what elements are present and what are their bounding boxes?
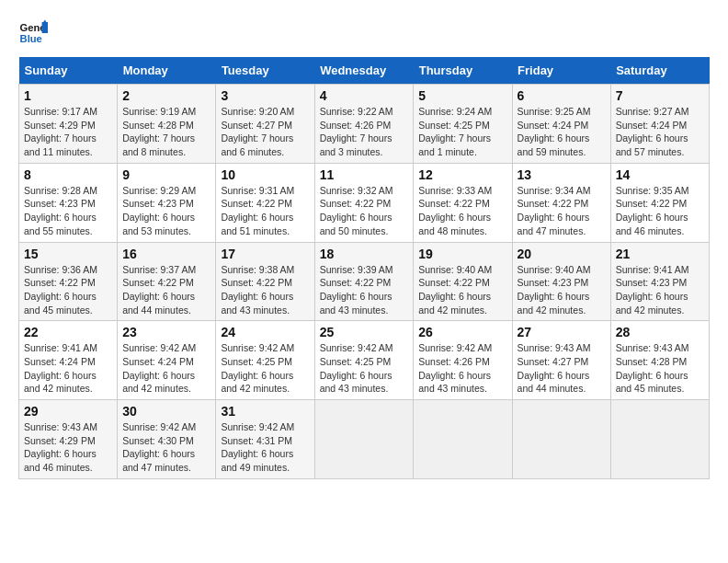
day-number: 29	[24, 404, 112, 419]
weekday-header-tuesday: Tuesday	[216, 57, 314, 85]
day-number: 30	[122, 404, 210, 419]
day-info: Sunrise: 9:22 AMSunset: 4:26 PMDaylight:…	[320, 105, 409, 159]
day-info: Sunrise: 9:19 AMSunset: 4:28 PMDaylight:…	[122, 105, 210, 159]
day-number: 23	[122, 325, 210, 339]
calendar-cell: 24Sunrise: 9:42 AMSunset: 4:25 PMDayligh…	[216, 321, 314, 400]
day-number: 27	[518, 325, 606, 339]
calendar-cell: 17Sunrise: 9:38 AMSunset: 4:22 PMDayligh…	[216, 242, 314, 321]
calendar-cell: 18Sunrise: 9:39 AMSunset: 4:22 PMDayligh…	[314, 242, 414, 321]
day-number: 25	[320, 325, 409, 339]
calendar-cell: 20Sunrise: 9:40 AMSunset: 4:23 PMDayligh…	[512, 242, 610, 321]
weekday-header-saturday: Saturday	[610, 57, 709, 85]
day-number: 24	[221, 325, 309, 339]
day-info: Sunrise: 9:33 AMSunset: 4:22 PMDaylight:…	[418, 184, 506, 238]
day-number: 19	[418, 247, 506, 261]
day-number: 17	[221, 247, 309, 261]
calendar-cell: 27Sunrise: 9:43 AMSunset: 4:27 PMDayligh…	[512, 321, 610, 400]
calendar-cell: 29Sunrise: 9:43 AMSunset: 4:29 PMDayligh…	[19, 400, 118, 479]
day-info: Sunrise: 9:34 AMSunset: 4:22 PMDaylight:…	[518, 184, 606, 238]
day-info: Sunrise: 9:39 AMSunset: 4:22 PMDaylight:…	[320, 263, 409, 317]
calendar-week-1: 1Sunrise: 9:17 AMSunset: 4:29 PMDaylight…	[19, 85, 710, 164]
day-number: 10	[221, 167, 309, 182]
day-info: Sunrise: 9:31 AMSunset: 4:22 PMDaylight:…	[221, 184, 309, 238]
calendar-cell: 5Sunrise: 9:24 AMSunset: 4:25 PMDaylight…	[414, 85, 512, 164]
calendar-cell: 28Sunrise: 9:43 AMSunset: 4:28 PMDayligh…	[610, 321, 709, 400]
day-info: Sunrise: 9:42 AMSunset: 4:24 PMDaylight:…	[122, 341, 210, 396]
calendar-cell: 2Sunrise: 9:19 AMSunset: 4:28 PMDaylight…	[118, 85, 216, 164]
day-info: Sunrise: 9:32 AMSunset: 4:22 PMDaylight:…	[320, 184, 409, 238]
calendar-cell: 31Sunrise: 9:42 AMSunset: 4:31 PMDayligh…	[216, 400, 314, 479]
calendar-cell: 3Sunrise: 9:20 AMSunset: 4:27 PMDaylight…	[216, 85, 314, 164]
calendar-cell: 25Sunrise: 9:42 AMSunset: 4:25 PMDayligh…	[314, 321, 414, 400]
calendar-cell	[512, 400, 610, 479]
day-number: 26	[418, 325, 506, 339]
calendar-week-4: 22Sunrise: 9:41 AMSunset: 4:24 PMDayligh…	[19, 321, 710, 400]
day-number: 2	[122, 88, 210, 103]
calendar-week-2: 8Sunrise: 9:28 AMSunset: 4:23 PMDaylight…	[19, 163, 710, 242]
calendar-cell	[414, 400, 512, 479]
day-info: Sunrise: 9:42 AMSunset: 4:25 PMDaylight:…	[320, 341, 409, 396]
day-number: 11	[320, 167, 409, 182]
day-info: Sunrise: 9:43 AMSunset: 4:27 PMDaylight:…	[518, 341, 606, 396]
calendar-cell	[314, 400, 414, 479]
calendar-cell: 1Sunrise: 9:17 AMSunset: 4:29 PMDaylight…	[19, 85, 118, 164]
day-info: Sunrise: 9:41 AMSunset: 4:23 PMDaylight:…	[616, 263, 704, 317]
calendar-cell: 10Sunrise: 9:31 AMSunset: 4:22 PMDayligh…	[216, 163, 314, 242]
day-info: Sunrise: 9:28 AMSunset: 4:23 PMDaylight:…	[24, 184, 112, 238]
day-info: Sunrise: 9:40 AMSunset: 4:22 PMDaylight:…	[418, 263, 506, 317]
day-number: 8	[24, 167, 112, 182]
day-number: 22	[24, 325, 112, 339]
day-info: Sunrise: 9:42 AMSunset: 4:26 PMDaylight:…	[418, 341, 506, 396]
day-info: Sunrise: 9:43 AMSunset: 4:29 PMDaylight:…	[24, 420, 112, 475]
day-info: Sunrise: 9:35 AMSunset: 4:22 PMDaylight:…	[616, 184, 704, 238]
calendar-cell: 15Sunrise: 9:36 AMSunset: 4:22 PMDayligh…	[19, 242, 118, 321]
calendar-cell: 21Sunrise: 9:41 AMSunset: 4:23 PMDayligh…	[610, 242, 709, 321]
day-number: 15	[24, 247, 112, 261]
day-info: Sunrise: 9:42 AMSunset: 4:25 PMDaylight:…	[221, 341, 309, 396]
calendar-cell: 22Sunrise: 9:41 AMSunset: 4:24 PMDayligh…	[19, 321, 118, 400]
day-info: Sunrise: 9:17 AMSunset: 4:29 PMDaylight:…	[24, 105, 112, 159]
calendar-cell: 12Sunrise: 9:33 AMSunset: 4:22 PMDayligh…	[414, 163, 512, 242]
day-number: 1	[24, 88, 112, 103]
calendar-week-5: 29Sunrise: 9:43 AMSunset: 4:29 PMDayligh…	[19, 400, 710, 479]
weekday-header-monday: Monday	[118, 57, 216, 85]
calendar-cell: 19Sunrise: 9:40 AMSunset: 4:22 PMDayligh…	[414, 242, 512, 321]
svg-text:Blue: Blue	[20, 33, 42, 44]
day-info: Sunrise: 9:20 AMSunset: 4:27 PMDaylight:…	[221, 105, 309, 159]
header: General Blue	[18, 18, 710, 48]
day-info: Sunrise: 9:42 AMSunset: 4:31 PMDaylight:…	[221, 420, 309, 475]
day-number: 7	[616, 88, 704, 103]
day-number: 31	[221, 404, 309, 419]
weekday-header-sunday: Sunday	[19, 57, 118, 85]
logo-icon: General Blue	[18, 18, 48, 48]
calendar-cell: 13Sunrise: 9:34 AMSunset: 4:22 PMDayligh…	[512, 163, 610, 242]
calendar-cell: 8Sunrise: 9:28 AMSunset: 4:23 PMDaylight…	[19, 163, 118, 242]
day-number: 14	[616, 167, 704, 182]
day-number: 28	[616, 325, 704, 339]
calendar-cell: 26Sunrise: 9:42 AMSunset: 4:26 PMDayligh…	[414, 321, 512, 400]
calendar-week-3: 15Sunrise: 9:36 AMSunset: 4:22 PMDayligh…	[19, 242, 710, 321]
day-number: 3	[221, 88, 309, 103]
day-info: Sunrise: 9:40 AMSunset: 4:23 PMDaylight:…	[518, 263, 606, 317]
weekday-header-wednesday: Wednesday	[314, 57, 414, 85]
day-number: 9	[122, 167, 210, 182]
calendar-cell: 16Sunrise: 9:37 AMSunset: 4:22 PMDayligh…	[118, 242, 216, 321]
day-number: 20	[518, 247, 606, 261]
day-info: Sunrise: 9:36 AMSunset: 4:22 PMDaylight:…	[24, 263, 112, 317]
day-number: 4	[320, 88, 409, 103]
calendar-table: SundayMondayTuesdayWednesdayThursdayFrid…	[18, 57, 710, 479]
day-info: Sunrise: 9:29 AMSunset: 4:23 PMDaylight:…	[122, 184, 210, 238]
weekday-header-thursday: Thursday	[414, 57, 512, 85]
day-info: Sunrise: 9:43 AMSunset: 4:28 PMDaylight:…	[616, 341, 704, 396]
day-info: Sunrise: 9:41 AMSunset: 4:24 PMDaylight:…	[24, 341, 112, 396]
day-info: Sunrise: 9:25 AMSunset: 4:24 PMDaylight:…	[518, 105, 606, 159]
day-info: Sunrise: 9:42 AMSunset: 4:30 PMDaylight:…	[122, 420, 210, 475]
calendar-cell: 6Sunrise: 9:25 AMSunset: 4:24 PMDaylight…	[512, 85, 610, 164]
day-number: 5	[418, 88, 506, 103]
day-number: 16	[122, 247, 210, 261]
logo: General Blue	[18, 18, 51, 48]
day-info: Sunrise: 9:37 AMSunset: 4:22 PMDaylight:…	[122, 263, 210, 317]
day-info: Sunrise: 9:27 AMSunset: 4:24 PMDaylight:…	[616, 105, 704, 159]
day-number: 18	[320, 247, 409, 261]
calendar-cell: 23Sunrise: 9:42 AMSunset: 4:24 PMDayligh…	[118, 321, 216, 400]
